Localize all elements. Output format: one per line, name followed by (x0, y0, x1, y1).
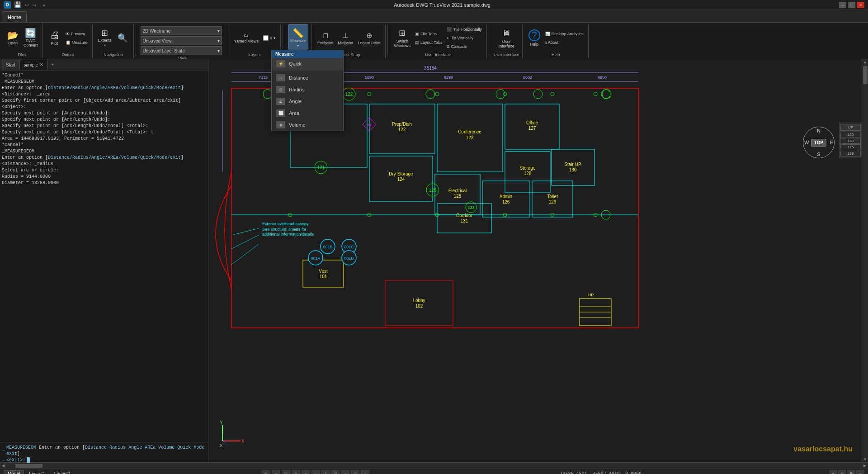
scroll-up-arrow[interactable]: ▲ (862, 59, 868, 65)
svg-text:7315: 7315 (259, 75, 268, 80)
measure-quick-item[interactable]: ⚡ Quick (272, 58, 343, 70)
extents-button[interactable]: ⊞ Extents ▾ (96, 24, 113, 52)
snap-icon[interactable]: ⊕ (262, 470, 270, 474)
dwg-convert-button[interactable]: 🔄 DWGConvert (22, 24, 40, 52)
tmode-icon[interactable]: ⊞ (331, 470, 340, 474)
lwt-icon[interactable]: ∥ (321, 470, 330, 474)
measure-radius-item[interactable]: ◎ Radius (272, 84, 343, 95)
lock-icon[interactable]: 🔒 (847, 470, 855, 474)
user-interface-button[interactable]: 🖥 UserInterface (497, 24, 516, 52)
endpoint-button[interactable]: ⊓ Endpoint (316, 24, 335, 52)
right-mini-panel: UP 130 130 126 129 (839, 122, 862, 158)
qa-save[interactable]: 💾 (14, 1, 21, 8)
ui-icon: 🖥 (502, 28, 511, 38)
cmd-line-6: Specify next point or [Arc/Length/Undo]: (2, 110, 207, 117)
scroll-track[interactable] (862, 65, 868, 456)
scroll-right-arrow[interactable]: ▶ (862, 463, 868, 469)
endpoint-label: Endpoint (317, 41, 334, 45)
sel-icon[interactable]: ≈ (361, 470, 369, 474)
cascade-button[interactable]: ⧉ Cascade (445, 43, 484, 51)
workspace-icon[interactable]: ⚙ (838, 470, 846, 474)
tab-close-icon[interactable]: ✕ (40, 62, 43, 67)
polar-icon[interactable]: ⊘ (292, 470, 300, 474)
midpoint-button[interactable]: ⊥ Midpoint (336, 24, 355, 52)
file-tabs-button[interactable]: ▣ File Tabs (413, 30, 444, 38)
tab-model[interactable]: Model (4, 470, 24, 474)
angle-icon: ∠ (276, 98, 285, 105)
layout-tabs-button[interactable]: ▤ Layout Tabs (413, 38, 444, 47)
scroll-left-arrow[interactable]: ◀ (0, 463, 6, 469)
svg-rect-49 (437, 204, 491, 233)
extents-dropdown[interactable]: ▾ (104, 43, 106, 47)
measure-button[interactable]: 📏 Measure ▾ (288, 24, 308, 52)
svg-text:129: 129 (549, 199, 557, 204)
tile-vertical-button[interactable]: ▪ Tile Vertically (445, 34, 484, 42)
svg-text:X: X (241, 439, 245, 444)
tab-sample[interactable]: sample ✕ (19, 60, 47, 70)
measure-angle-item[interactable]: ∠ Angle (272, 95, 343, 107)
switch-windows-button[interactable]: ⊞ SwitchWindows (392, 24, 413, 52)
qa-redo[interactable]: ↪ (32, 2, 36, 8)
tab-layout2[interactable]: Layout2 (50, 470, 75, 474)
exit-highlight: <eXit>: (6, 458, 25, 463)
nav-group-content: ⊞ Extents ▾ 🔍 (96, 24, 131, 52)
view-mode-dropdown[interactable]: 2D Wireframe ▾ (141, 26, 222, 35)
close-button[interactable]: ✕ (857, 2, 864, 8)
svg-text:121: 121 (317, 165, 325, 170)
tab-layout1[interactable]: Layout1 (25, 470, 49, 474)
plot-button[interactable]: 🖨 Plot (47, 24, 63, 52)
scroll-down-arrow[interactable]: ▼ (862, 456, 868, 462)
locate-point-button[interactable]: ⊕ Locate Point (356, 24, 382, 52)
scroll-thumb[interactable] (863, 66, 868, 84)
svg-point-58 (466, 202, 476, 213)
osnap-icon[interactable]: ∎ (302, 470, 310, 474)
preview-icon: 👁 (66, 32, 70, 36)
cmd-input-line[interactable]: → <eXit>: (2, 457, 207, 463)
zoom-button[interactable]: 🔍 (114, 24, 131, 52)
cmd-line-11: *Cancel* (2, 142, 207, 148)
svg-rect-46 (552, 149, 594, 185)
qa-undo[interactable]: ↩ (25, 2, 29, 8)
layout-tabs-icon: ▤ (415, 40, 419, 45)
svg-text:124: 124 (397, 177, 405, 182)
ortho-icon[interactable]: ⊡ (282, 470, 290, 474)
svg-point-63 (602, 90, 611, 99)
tab-home[interactable]: Home (2, 11, 27, 22)
tab-add-button[interactable]: ＋ (47, 60, 58, 69)
h-scroll-track[interactable] (6, 464, 862, 468)
layers-group-content: 🗂 Named Views 0 ▾ (232, 24, 278, 52)
view-name-dropdown[interactable]: Unsaved View ▾ (141, 36, 222, 45)
svg-point-97 (551, 213, 554, 217)
svg-point-69 (321, 239, 335, 254)
compass-top-button[interactable]: TOP (811, 139, 826, 147)
measure-header: Measure (272, 50, 343, 58)
cascade-icon: ⧉ (447, 44, 449, 49)
grid-icon[interactable]: ≡ (272, 470, 280, 474)
named-views-button[interactable]: 🗂 Named Views (232, 24, 260, 52)
measure-distance-item[interactable]: ↔ Distance (272, 72, 343, 84)
layer-num-btn[interactable]: 0 ▾ (261, 34, 278, 42)
status-bar: Model Layout1 Layout2 ⊕ ≡ ⊡ ⊘ ∎ ○ ∥ ⊞ △ … (0, 469, 868, 474)
measure-volume-item[interactable]: ◈ Volume (272, 119, 343, 131)
measure-area-item[interactable]: ⬜ Area (272, 107, 343, 119)
annotation-icon[interactable]: ◉ (829, 470, 837, 474)
settings-icon[interactable]: ≡ (856, 470, 864, 474)
tile-horizontal-button[interactable]: ⬛ Tile Horizontally (445, 25, 484, 33)
svg-text:128: 128 (524, 171, 532, 176)
stair-label-up: UP (840, 124, 861, 131)
layer-state-dropdown[interactable]: Unsaved Layer State ▾ (141, 46, 222, 55)
open-button[interactable]: 📂 Open (5, 24, 21, 52)
h-scroll-thumb[interactable] (15, 464, 42, 468)
osnap-content: ⊓ Endpoint ⊥ Midpoint ⊕ Locate Point (316, 24, 382, 52)
tab-start[interactable]: Start (2, 60, 19, 70)
otrack-icon[interactable]: ○ (311, 470, 320, 474)
about-button[interactable]: ℹ About (543, 38, 585, 47)
qp-icon[interactable]: Q (351, 470, 359, 474)
preview-button[interactable]: 👁 Preview (64, 30, 90, 38)
minimize-button[interactable]: ─ (839, 2, 846, 8)
help-button[interactable]: ? Help (526, 24, 542, 52)
desktop-analytics-button[interactable]: 📊 Desktop Analytics (543, 30, 585, 38)
dmode-icon[interactable]: △ (341, 470, 349, 474)
batch-plot-button[interactable]: 📋 Measure (64, 38, 90, 47)
maximize-button[interactable]: □ (848, 2, 855, 8)
